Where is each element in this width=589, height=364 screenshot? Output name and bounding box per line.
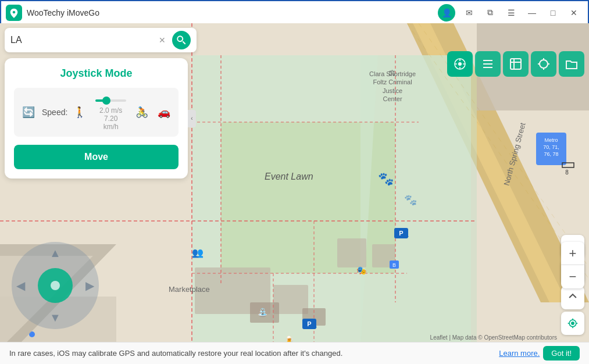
search-clear-button[interactable]: ✕: [156, 34, 169, 47]
svg-text:8: 8: [565, 169, 569, 176]
notification-bar: In rare cases, iOS may calibrate GPS and…: [0, 342, 589, 364]
menu-button[interactable]: ☰: [502, 3, 520, 22]
move-button[interactable]: Move: [14, 145, 179, 169]
search-input[interactable]: [10, 35, 156, 45]
svg-text:+: +: [406, 234, 409, 240]
svg-text:B: B: [392, 262, 396, 268]
joystick-down-arrow[interactable]: ▼: [49, 311, 61, 324]
svg-text:👥: 👥: [192, 247, 204, 258]
svg-text:⚖: ⚖: [388, 68, 396, 77]
svg-rect-66: [511, 59, 521, 69]
svg-text:Metro: Metro: [544, 137, 558, 143]
svg-text:🐾: 🐾: [378, 171, 394, 187]
svg-text:P: P: [399, 230, 403, 237]
speed-slider-wrap: 2.0 m/s 7.20 km/h: [95, 94, 126, 131]
svg-point-84: [572, 322, 574, 324]
svg-text:⛲: ⛲: [258, 308, 268, 317]
toolbar-folder-btn[interactable]: [559, 51, 584, 77]
notification-text: In rare cases, iOS may calibrate GPS and…: [9, 349, 495, 358]
zoom-out-button[interactable]: −: [561, 265, 584, 288]
message-button[interactable]: ✉: [460, 3, 479, 22]
speed-row: 🔄 Speed: 🚶 2.0 m/s 7.20 km/h 🚴 🚗: [14, 88, 179, 137]
walk-mode-icon[interactable]: 🚶: [73, 106, 86, 119]
svg-point-58: [458, 62, 462, 66]
joystick-up-arrow[interactable]: ▲: [49, 247, 61, 260]
toolbar-joystick-btn[interactable]: [447, 51, 473, 77]
app-logo: [6, 5, 22, 21]
speed-icon: 🔄: [22, 106, 35, 119]
locate-button[interactable]: [561, 312, 584, 335]
svg-text:+: +: [314, 324, 317, 330]
minimize-button[interactable]: —: [523, 3, 541, 22]
joystick-right-arrow[interactable]: ▶: [85, 279, 94, 292]
zoom-controls: + −: [561, 242, 584, 288]
svg-text:76, 78: 76, 78: [544, 151, 558, 157]
learn-more-link[interactable]: Learn more.: [499, 349, 540, 358]
window-controls: ✉ ⧉ ☰ — □ ✕: [460, 3, 583, 22]
restore-button[interactable]: □: [544, 3, 562, 22]
search-go-button[interactable]: [172, 31, 191, 49]
speed-label: Speed:: [42, 108, 67, 117]
joystick-control[interactable]: ▲ ▼ ◀ ▶: [12, 242, 99, 329]
svg-text:70, 71,: 70, 71,: [543, 144, 559, 150]
car-mode-icon[interactable]: 🚗: [158, 106, 170, 119]
map-attribution: Leaflet | Map data © OpenStreetMap contr…: [430, 334, 557, 341]
joystick-inner[interactable]: [38, 268, 73, 303]
toolbar-target-btn[interactable]: [531, 51, 556, 77]
panel-collapse-button[interactable]: ‹: [188, 110, 196, 127]
svg-text:🎭: 🎭: [356, 266, 367, 276]
map-container: North Spring Street Metro 70, 71, 76, 78…: [0, 23, 589, 364]
close-button[interactable]: ✕: [565, 3, 583, 22]
speed-slider[interactable]: [95, 99, 126, 102]
user-avatar[interactable]: 👤: [438, 4, 455, 22]
toolbar-route-btn[interactable]: [475, 51, 501, 77]
svg-point-74: [177, 36, 183, 41]
monitor-button[interactable]: ⧉: [481, 3, 499, 22]
speed-mode-icons: 🚶 2.0 m/s 7.20 km/h 🚴 🚗: [73, 94, 170, 131]
compass-button[interactable]: [561, 286, 584, 309]
speed-values: 2.0 m/s 7.20 km/h: [95, 106, 126, 131]
svg-text:🐾: 🐾: [404, 194, 417, 206]
svg-rect-10: [337, 238, 366, 267]
toolbar-teleport-btn[interactable]: [503, 51, 529, 77]
search-bar: ✕: [5, 28, 197, 52]
joystick-left-arrow[interactable]: ◀: [16, 279, 25, 292]
joystick-outer[interactable]: ▲ ▼ ◀ ▶: [12, 242, 99, 329]
app-title: WooTechy iMoveGo: [27, 8, 438, 17]
bike-mode-icon[interactable]: 🚴: [135, 106, 148, 119]
svg-point-69: [540, 60, 548, 68]
title-bar: WooTechy iMoveGo 👤 ✉ ⧉ ☰ — □ ✕: [1, 1, 588, 24]
toolbar: [447, 51, 584, 77]
got-it-button[interactable]: Got it!: [543, 346, 580, 361]
svg-text:P: P: [307, 320, 311, 327]
zoom-in-button[interactable]: +: [561, 242, 584, 265]
joystick-panel: Joystick Mode 🔄 Speed: 🚶 2.0 m/s 7.20 km…: [5, 58, 188, 179]
joystick-panel-title: Joystick Mode: [14, 67, 179, 80]
svg-line-75: [183, 41, 185, 44]
joystick-dot: [51, 281, 60, 290]
